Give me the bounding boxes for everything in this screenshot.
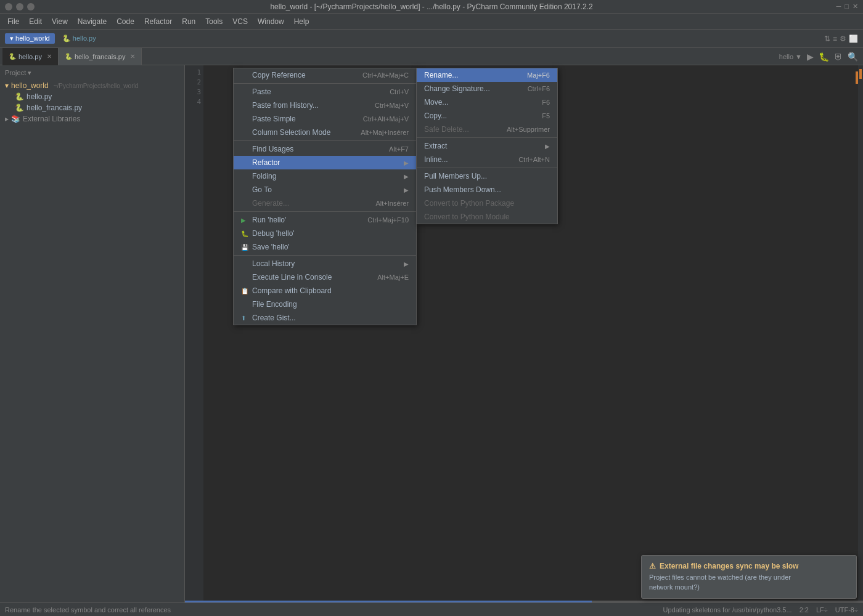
tab-hello-py[interactable]: 🐍 hello.py ✕	[2, 48, 59, 65]
ctx-folding[interactable]: Folding ▶	[234, 169, 416, 183]
sidebar-item-hello-francais-py[interactable]: 🐍 hello_francais.py	[10, 102, 184, 113]
sub-rename[interactable]: Rename... Maj+F6	[417, 68, 557, 82]
ctx-debug-hello[interactable]: 🐛 Debug 'hello'	[234, 227, 416, 240]
ctx-execute-line[interactable]: Execute Line in Console Alt+Maj+E	[234, 270, 416, 284]
collapse-icon[interactable]: ≡	[833, 34, 837, 43]
window-right-controls[interactable]: ─ □ ✕	[836, 2, 858, 10]
menu-help[interactable]: Help	[289, 16, 314, 27]
sidebar-item-hello-py[interactable]: 🐍 hello.py	[10, 91, 184, 102]
ctx-goto[interactable]: Go To ▶	[234, 183, 416, 197]
ctx-file-encoding[interactable]: File Encoding	[234, 298, 416, 311]
expand-icon[interactable]: ⬜	[849, 34, 858, 43]
menu-tools[interactable]: Tools	[200, 16, 227, 27]
minimize-button[interactable]	[5, 3, 12, 10]
tab-hello-francais-py[interactable]: 🐍 hello_francais.py ✕	[59, 48, 142, 65]
ctx-generate-label: Generate...	[252, 199, 289, 208]
sidebar-item-hello-world[interactable]: ▾ hello_world ~/PycharmProjects/hello_wo…	[0, 80, 184, 91]
menu-refactor[interactable]: Refactor	[139, 16, 177, 27]
win-close-icon[interactable]: ✕	[853, 2, 858, 10]
status-lf[interactable]: LF÷	[816, 606, 828, 614]
sidebar-title: Project ▾	[5, 69, 31, 77]
sub-copy[interactable]: Copy... F5	[417, 109, 557, 123]
sync-icon[interactable]: ⇅	[824, 34, 830, 43]
separator-4	[234, 255, 416, 256]
menu-run[interactable]: Run	[177, 16, 200, 27]
sub-change-signature[interactable]: Change Signature... Ctrl+F6	[417, 82, 557, 95]
gutter-right	[858, 65, 863, 602]
hello-file-tab[interactable]: 🐍 hello.py	[62, 34, 96, 43]
sub-inline[interactable]: Inline... Ctrl+Alt+N	[417, 153, 557, 166]
ctx-refactor-label: Refactor	[252, 158, 280, 167]
menu-code[interactable]: Code	[112, 16, 139, 27]
status-updating: Updating skeletons for /usr/bin/python3.…	[663, 606, 792, 614]
ctx-refactor[interactable]: Refactor ▶	[234, 156, 416, 169]
run-button[interactable]: ▶	[807, 52, 814, 62]
window-controls[interactable]	[5, 3, 35, 10]
menu-window[interactable]: Window	[253, 16, 289, 27]
sub-extract[interactable]: Extract ▶	[417, 139, 557, 153]
menu-vcs[interactable]: VCS	[227, 16, 253, 27]
close-tab-fr[interactable]: ✕	[130, 53, 135, 60]
sub-convert-package-label: Convert to Python Package	[424, 199, 514, 208]
close-tab-hello[interactable]: ✕	[47, 53, 52, 60]
project-panel-button[interactable]: ▾ hello_world	[5, 33, 55, 44]
compare-icon: 📋	[241, 288, 250, 294]
sub-safe-delete-label: Safe Delete...	[424, 125, 469, 134]
ctx-save-hello[interactable]: 💾 Save 'hello'	[234, 240, 416, 254]
status-left: Rename the selected symbol and correct a…	[5, 606, 171, 614]
chevron-right-icon: ▸	[5, 115, 9, 123]
notification-title: External file changes sync may be slow	[660, 562, 798, 570]
close-button[interactable]	[27, 3, 35, 10]
search-button[interactable]: 🔍	[848, 52, 858, 62]
project-path: ~/PycharmProjects/hello_world	[54, 83, 139, 89]
sub-pull-members-up[interactable]: Pull Members Up...	[417, 169, 557, 183]
menu-navigate[interactable]: Navigate	[73, 16, 112, 27]
status-encoding[interactable]: UTF-8÷	[835, 606, 858, 614]
ctx-debug-hello-label: Debug 'hello'	[252, 229, 295, 238]
ctx-paste-history[interactable]: Paste from History... Ctrl+Maj+V	[234, 99, 416, 112]
maximize-button[interactable]	[16, 3, 23, 10]
menu-edit[interactable]: Edit	[24, 16, 47, 27]
ctx-local-history-label: Local History	[252, 259, 295, 268]
debug-button[interactable]: 🐛	[819, 52, 829, 62]
extract-arrow: ▶	[545, 143, 550, 150]
sub-move[interactable]: Move... F6	[417, 95, 557, 109]
ctx-copy-reference-label: Copy Reference	[252, 71, 306, 79]
submenu-refactor: Rename... Maj+F6 Change Signature... Ctr…	[416, 68, 558, 224]
external-libs-label: External Libraries	[23, 115, 80, 123]
status-right: Updating skeletons for /usr/bin/python3.…	[663, 606, 859, 614]
gear-icon[interactable]: ⚙	[840, 34, 846, 43]
ctx-compare-clipboard[interactable]: 📋 Compare with Clipboard	[234, 284, 416, 298]
library-icon: 📚	[11, 115, 20, 123]
coverage-button[interactable]: ⛨	[834, 52, 843, 62]
ctx-create-gist[interactable]: ⬆ Create Gist...	[234, 311, 416, 325]
menu-file[interactable]: File	[2, 16, 24, 27]
sub-push-members-label: Push Members Down...	[424, 185, 501, 194]
sub-sep-2	[417, 168, 557, 168]
ctx-paste[interactable]: Paste Ctrl+V	[234, 85, 416, 99]
ctx-paste-simple[interactable]: Paste Simple Ctrl+Alt+Maj+V	[234, 112, 416, 126]
win-max-icon[interactable]: □	[845, 2, 849, 10]
ctx-execute-line-label: Execute Line in Console	[252, 273, 332, 282]
ctx-find-usages-label: Find Usages	[252, 145, 293, 153]
sub-rename-shortcut: Maj+F6	[527, 71, 550, 79]
gist-icon: ⬆	[241, 315, 250, 322]
context-menu: Copy Reference Ctrl+Alt+Maj+C Paste Ctrl…	[233, 68, 417, 325]
ctx-generate: Generate... Alt+Insérer	[234, 197, 416, 210]
ctx-copy-reference[interactable]: Copy Reference Ctrl+Alt+Maj+C	[234, 68, 416, 82]
sidebar-item-external-libs[interactable]: ▸ 📚 External Libraries	[0, 113, 184, 124]
ctx-column-selection[interactable]: Column Selection Mode Alt+Maj+Insérer	[234, 126, 416, 139]
ctx-find-usages[interactable]: Find Usages Alt+F7	[234, 142, 416, 156]
win-min-icon[interactable]: ─	[836, 2, 841, 10]
run-config-label: hello ▼	[779, 53, 802, 60]
ctx-run-hello[interactable]: ▶ Run 'hello' Ctrl+Maj+F10	[234, 213, 416, 227]
debug-icon: 🐛	[241, 230, 250, 237]
ctx-local-history[interactable]: Local History ▶	[234, 257, 416, 270]
ctx-run-hello-label: Run 'hello'	[252, 216, 286, 224]
menu-view[interactable]: View	[47, 16, 73, 27]
ctx-file-encoding-label: File Encoding	[252, 300, 297, 309]
run-icon: ▶	[241, 217, 250, 224]
sub-push-members-down[interactable]: Push Members Down...	[417, 183, 557, 197]
sub-change-signature-label: Change Signature...	[424, 84, 490, 93]
status-cursor[interactable]: 2:2	[800, 606, 809, 614]
